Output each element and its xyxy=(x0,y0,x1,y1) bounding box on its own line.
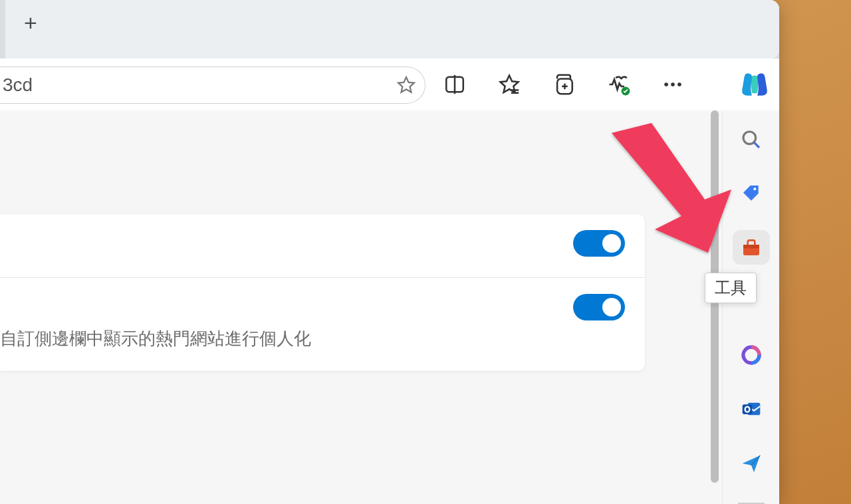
performance-button[interactable] xyxy=(602,68,634,100)
office-icon xyxy=(741,344,762,366)
more-menu-button[interactable] xyxy=(657,68,689,100)
setting-row-2: 自訂側邊欄中顯示的熱門網站進行個人化 xyxy=(0,278,645,371)
new-tab-button[interactable]: + xyxy=(15,7,47,39)
favorites-button[interactable] xyxy=(493,68,525,100)
tab-strip: + xyxy=(0,0,779,59)
svg-point-10 xyxy=(677,82,681,86)
setting-row-2-description: 自訂側邊欄中顯示的熱門網站進行個人化 xyxy=(0,327,311,350)
star-icon xyxy=(396,75,416,95)
copilot-icon xyxy=(738,68,771,101)
edge-sidebar: 工具 xyxy=(722,110,779,504)
search-icon xyxy=(741,129,762,150)
setting-row-1 xyxy=(0,214,645,278)
paper-plane-icon xyxy=(741,453,762,474)
copilot-button[interactable] xyxy=(738,68,773,102)
svg-point-8 xyxy=(664,82,668,86)
sidebar-shopping-button[interactable] xyxy=(733,176,770,210)
sidebar-office-button[interactable] xyxy=(733,338,770,372)
address-bar[interactable]: 3cd xyxy=(0,66,426,104)
tab-strip-background xyxy=(5,0,779,59)
collections-button[interactable] xyxy=(548,68,580,100)
ellipsis-icon xyxy=(662,73,684,96)
plus-icon: + xyxy=(24,10,37,36)
outlook-icon xyxy=(741,398,762,420)
address-text: 3cd xyxy=(3,74,388,96)
sidebar-outlook-button[interactable] xyxy=(733,392,770,426)
sidebar-tools-tooltip: 工具 xyxy=(705,273,757,303)
toolbox-icon xyxy=(741,237,762,258)
check-badge-icon xyxy=(621,86,630,96)
svg-point-9 xyxy=(671,82,675,86)
settings-content: 自訂側邊欄中顯示的熱門網站進行個人化 xyxy=(0,110,722,504)
svg-line-12 xyxy=(754,142,759,148)
svg-point-11 xyxy=(743,132,756,144)
toolbar-icons xyxy=(439,59,689,110)
split-screen-icon xyxy=(443,73,466,96)
favorites-icon xyxy=(498,73,521,96)
tag-icon xyxy=(741,183,762,204)
content-scrollbar[interactable] xyxy=(709,110,721,504)
svg-rect-15 xyxy=(743,245,759,248)
favorite-star-button[interactable] xyxy=(388,66,425,104)
sidebar-search-button[interactable] xyxy=(733,122,770,156)
browser-window: + 3cd xyxy=(0,0,779,504)
split-screen-button[interactable] xyxy=(439,68,471,100)
settings-card: 自訂側邊欄中顯示的熱門網站進行個人化 xyxy=(0,214,645,371)
toolbar: 3cd xyxy=(0,59,779,110)
collections-icon xyxy=(552,73,575,96)
sidebar-send-button[interactable] xyxy=(733,446,770,480)
toggle-1[interactable] xyxy=(573,230,625,257)
toggle-2[interactable] xyxy=(573,294,625,320)
sidebar-tools-button[interactable]: 工具 xyxy=(733,230,770,264)
svg-point-13 xyxy=(753,188,756,190)
